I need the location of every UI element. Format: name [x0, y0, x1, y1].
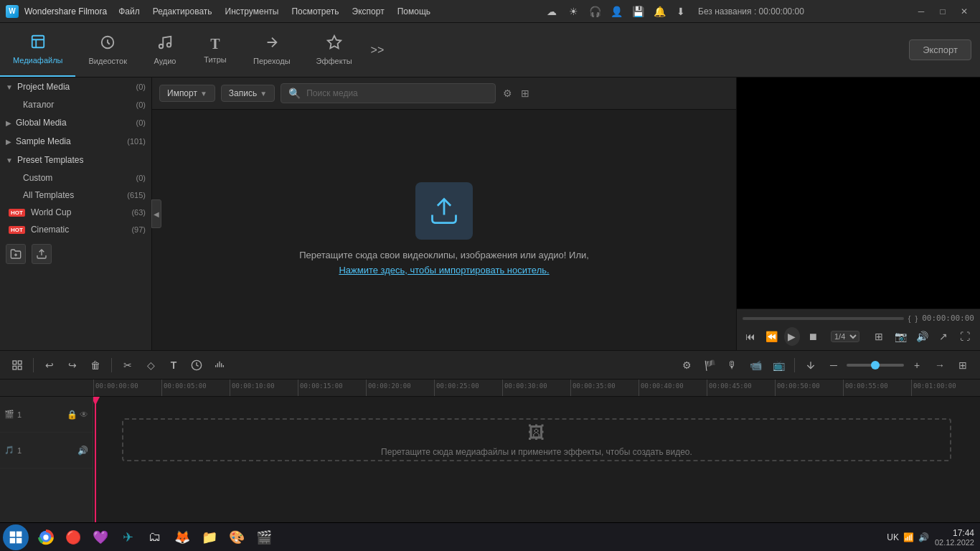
mute-button[interactable]: 🔊	[77, 446, 88, 456]
step-back-button[interactable]: ⏪	[763, 327, 780, 346]
tab-audio[interactable]: Аудио	[140, 23, 190, 77]
import-button[interactable]: Импорт ▼	[159, 85, 215, 102]
world-cup-item[interactable]: HOT World Cup (63)	[0, 204, 151, 221]
catalog-item[interactable]: Каталог (0)	[0, 96, 151, 113]
menu-edit[interactable]: Редактировать	[147, 5, 218, 18]
start-button[interactable]	[3, 524, 29, 550]
export-folder-button[interactable]	[32, 244, 52, 264]
filter-icon[interactable]: ⚙	[501, 86, 514, 100]
close-button[interactable]: ✕	[954, 4, 974, 19]
taskbar-app-thunderbird[interactable]: 🔴	[60, 524, 86, 550]
headset-icon[interactable]: 🎧	[586, 3, 603, 20]
camera-button[interactable]: 📹	[745, 355, 765, 375]
prev-frame-button[interactable]: ⏮	[743, 327, 759, 346]
cloud-icon[interactable]: ☁	[543, 3, 560, 20]
audio-track-label: 🎵 1 🔊	[0, 433, 93, 468]
snapshot-button[interactable]: 📷	[891, 327, 910, 346]
text-button[interactable]: T	[164, 355, 184, 375]
add-folder-button[interactable]	[6, 244, 26, 264]
tab-transitions[interactable]: Переходы	[240, 23, 303, 77]
tab-media[interactable]: Медиафайлы	[0, 23, 75, 77]
redo-button[interactable]: ↪	[62, 355, 83, 375]
maximize-button[interactable]: □	[933, 4, 953, 19]
mic-button[interactable]: 🎙	[722, 355, 743, 375]
cut-button[interactable]: ✂	[118, 355, 138, 375]
scene-detect-button[interactable]	[7, 355, 27, 375]
settings-button[interactable]: ⚙	[677, 355, 697, 375]
global-media-label: Global Media	[16, 118, 67, 128]
prev-export-button[interactable]: ↗	[934, 327, 953, 346]
media-search-box: 🔍	[281, 83, 496, 103]
tab-effects[interactable]: Эффекты	[303, 23, 365, 77]
section-global-media[interactable]: ▶ Global Media (0)	[0, 113, 151, 132]
tab-titles[interactable]: T Титры	[190, 23, 240, 77]
import-link[interactable]: Нажмите здесь, чтобы импортировать носит…	[339, 265, 549, 276]
fit-screen-button[interactable]: ⊞	[870, 327, 888, 346]
section-project-media[interactable]: ▼ Project Media (0)	[0, 77, 151, 96]
zoom-in-button[interactable]: +	[907, 355, 927, 375]
menu-tools[interactable]: Инструменты	[220, 5, 285, 18]
menu-view[interactable]: Посмотреть	[286, 5, 344, 18]
save-icon[interactable]: 💾	[629, 3, 646, 20]
all-templates-count: (615)	[127, 191, 146, 199]
person-icon[interactable]: 👤	[608, 3, 625, 20]
custom-item[interactable]: Custom (0)	[0, 169, 151, 187]
cinematic-item[interactable]: HOT Cinematic (97)	[0, 221, 151, 238]
svg-rect-19	[10, 531, 16, 537]
global-media-chevron: ▶	[6, 119, 11, 127]
taskbar-app-telegram[interactable]: ✈	[115, 524, 141, 550]
zoom-fit-button[interactable]: →	[930, 355, 950, 375]
taskbar-app-firefox[interactable]: 🦊	[169, 524, 195, 550]
quality-select[interactable]: 1/4 1/2 3/4 Full	[831, 331, 859, 342]
menu-help[interactable]: Помощь	[392, 5, 436, 18]
taskbar-app-folder[interactable]: 🗂	[142, 524, 168, 550]
record-button[interactable]: Запись ▼	[221, 85, 275, 102]
transitions-tab-label: Переходы	[253, 57, 291, 65]
audio-edit-button[interactable]	[209, 355, 230, 375]
track-labels: 🎬 1 🔒 👁 🎵 1 🔊	[0, 397, 93, 522]
progress-track[interactable]	[743, 317, 904, 320]
taskbar-chrome[interactable]	[33, 524, 59, 550]
playback-fraction: 1/4 1/2 3/4 Full	[831, 331, 859, 342]
sample-media-count: (101)	[127, 137, 146, 146]
section-preset-templates[interactable]: ▼ Preset Templates	[0, 151, 151, 169]
visibility-button[interactable]: 👁	[80, 410, 88, 420]
minimize-button[interactable]: ─	[911, 4, 931, 19]
search-input[interactable]	[306, 88, 489, 98]
taskbar-app-paint[interactable]: 🎨	[224, 524, 250, 550]
delete-button[interactable]: 🗑	[85, 355, 105, 375]
split-button[interactable]	[801, 355, 821, 375]
taskbar-app-files[interactable]: 📁	[197, 524, 222, 550]
lock-track-button[interactable]: 🔒	[67, 410, 77, 420]
win-controls: ─ □ ✕	[911, 4, 974, 19]
zoom-out-button[interactable]: ─	[824, 355, 844, 375]
fullscreen-button[interactable]: ⛶	[956, 327, 974, 346]
tab-videostock[interactable]: Видеосток	[75, 23, 139, 77]
taskbar-app-viber[interactable]: 💜	[88, 524, 113, 550]
volume-button[interactable]: 🔊	[913, 327, 931, 346]
sun-icon[interactable]: ☀	[565, 3, 582, 20]
panel-collapse-button[interactable]: ◀	[151, 199, 161, 228]
undo-button[interactable]: ↩	[39, 355, 60, 375]
download-icon[interactable]: ⬇	[672, 3, 689, 20]
zoom-slider[interactable]	[847, 364, 904, 367]
speed-button[interactable]	[187, 355, 207, 375]
monitor-button[interactable]: 📺	[768, 355, 788, 375]
taskbar-clock[interactable]: 17:44 02.12.2022	[935, 528, 974, 547]
more-tabs-button[interactable]: >>	[365, 23, 390, 77]
grid-button[interactable]: ⊞	[953, 355, 973, 375]
playhead	[95, 397, 96, 522]
flag-button[interactable]: 🏴	[699, 355, 720, 375]
taskbar-app-filmora[interactable]: 🎬	[251, 524, 277, 550]
play-button[interactable]: ▶	[784, 327, 801, 346]
menu-export[interactable]: Экспорт	[347, 5, 390, 18]
crop-button[interactable]: ◇	[141, 355, 161, 375]
menu-file[interactable]: Файл	[113, 5, 146, 18]
notification-icon[interactable]: 🔔	[651, 3, 668, 20]
stop-button[interactable]: ⏹	[804, 327, 821, 346]
all-templates-item[interactable]: All Templates (615)	[0, 187, 151, 204]
grid-view-icon[interactable]: ⊞	[519, 86, 531, 100]
section-sample-media[interactable]: ▶ Sample Media (101)	[0, 132, 151, 151]
svg-rect-10	[18, 361, 22, 364]
export-button[interactable]: Экспорт	[909, 39, 971, 60]
